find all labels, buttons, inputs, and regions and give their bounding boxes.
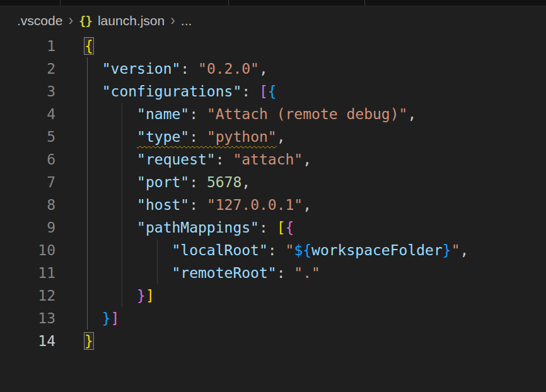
code-text: "version": "0.2.0", [55,57,268,80]
code-token-str: "attach" [233,151,303,168]
code-token-plain [84,129,137,145]
line-number[interactable]: 5 [0,125,55,148]
code-line[interactable]: 7 "port": 5678, [0,171,546,193]
code-line[interactable]: 2 "version": "0.2.0", [0,57,546,80]
code-token-punct: : [189,129,207,145]
code-token-str: " [451,242,460,258]
breadcrumb-file[interactable]: launch.json [98,13,165,28]
line-number[interactable]: 4 [0,103,55,125]
code-line[interactable]: 8 "host": "127.0.0.1", [0,193,546,216]
code-line[interactable]: 10 "localRoot": "${workspaceFolder}", [0,239,546,262]
code-token-punct: : [189,106,207,122]
chevron-right-icon: › [68,13,73,28]
code-token-punct: , [460,242,469,258]
code-token-plain [84,106,137,122]
code-token-punct: , [303,197,311,213]
code-token-var: workspaceFolder [311,242,443,258]
vscode-editor-window: .vscode › {} launch.json › ... 1{2 "vers… [0,0,546,352]
code-token-str: "." [294,265,320,281]
code-token-b1: ] [146,287,154,304]
code-token-plain [84,310,102,326]
line-number[interactable]: 13 [0,307,55,330]
code-token-plain [84,174,137,190]
line-number[interactable]: 9 [0,216,55,239]
line-number[interactable]: 3 [0,80,55,103]
line-number[interactable]: 14 [0,330,55,352]
code-token-num: 5678 [207,174,241,190]
code-token-plain [84,151,137,168]
code-token-str: "127.0.0.1" [207,197,303,213]
json-file-icon: {} [79,14,92,28]
code-text: "name": "Attach (remote debug)", [55,103,416,125]
code-token-punct: : [180,61,198,77]
breadcrumb: .vscode › {} launch.json › ... [0,6,546,35]
code-text: "request": "attach", [55,148,311,171]
code-token-b3: } [102,310,111,326]
breadcrumb-folder[interactable]: .vscode [17,13,62,28]
code-token-b1: } [84,333,93,349]
line-number[interactable]: 8 [0,193,55,216]
code-line[interactable]: 1{ [0,35,546,57]
code-token-plain [84,219,137,236]
code-line[interactable]: 14} [0,330,546,352]
code-token-key: "name" [137,106,189,122]
code-text: "localRoot": "${workspaceFolder}", [55,239,468,262]
editor-tab-strip [0,0,546,6]
line-number[interactable]: 6 [0,148,55,171]
code-text: "configurations": [{ [55,80,277,103]
tab-separator [364,0,365,6]
code-token-str: "Attach (remote debug)" [207,106,408,122]
code-token-punct: : [241,83,259,100]
code-text: { [55,35,93,57]
code-token-punct: : [189,174,207,190]
code-token-str: "0.2.0" [198,61,259,77]
code-token-key: "request" [137,151,216,168]
line-number[interactable]: 12 [0,284,55,307]
code-token-plain [84,83,102,100]
code-token-str: "python" [207,129,277,145]
code-text: "type": "python", [55,125,286,148]
breadcrumb-symbol-more[interactable]: ... [181,13,192,28]
code-line[interactable]: 11 "remoteRoot": "." [0,262,546,284]
code-lines: 1{2 "version": "0.2.0",3 "configurations… [0,35,546,352]
code-line[interactable]: 5 "type": "python", [0,125,546,148]
editor-code-area[interactable]: 1{2 "version": "0.2.0",3 "configurations… [0,35,546,352]
code-text: "pathMappings": [{ [55,216,294,239]
code-text: } [55,330,93,352]
code-token-punct: , [407,106,416,122]
code-text: }] [55,307,119,330]
code-token-b1: [ [277,219,286,236]
code-token-b2: } [137,287,146,304]
line-number[interactable]: 7 [0,171,55,193]
code-line[interactable]: 3 "configurations": [{ [0,80,546,103]
code-line[interactable]: 9 "pathMappings": [{ [0,216,546,239]
code-line[interactable]: 4 "name": "Attach (remote debug)", [0,103,546,125]
tab-separator [228,0,229,6]
code-token-key: "host" [137,197,189,213]
code-token-plain [84,265,171,281]
line-number[interactable]: 1 [0,35,55,57]
code-token-key: "remoteRoot" [171,265,276,281]
code-text: "host": "127.0.0.1", [55,193,311,216]
chevron-right-icon: › [170,13,175,28]
line-number[interactable]: 10 [0,239,55,262]
code-line[interactable]: 6 "request": "attach", [0,148,546,171]
code-token-plain [84,197,137,213]
code-token-b2: [ [259,83,268,100]
line-number[interactable]: 11 [0,262,55,284]
code-token-punct: , [277,129,286,145]
code-text: "port": 5678, [55,171,250,193]
code-token-b1: { [84,38,93,54]
code-token-key: "localRoot" [171,242,267,258]
code-token-plain [84,242,171,258]
code-token-punct: : [189,197,207,213]
code-line[interactable]: 13 }] [0,307,546,330]
code-token-punct: , [303,151,311,168]
tab-separator [60,0,61,6]
code-token-b2: { [286,219,294,236]
code-token-key: "configurations" [102,83,242,100]
code-token-plain [84,287,137,304]
code-line[interactable]: 12 }] [0,284,546,307]
line-number[interactable]: 2 [0,57,55,80]
code-token-b3: } [443,242,451,258]
